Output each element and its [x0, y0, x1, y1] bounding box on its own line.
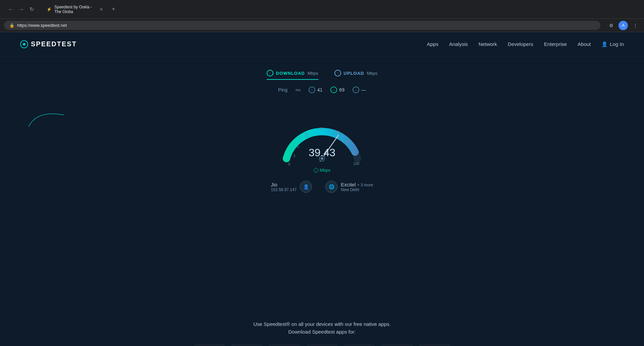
isp-item: Jio 152.58.97.147 👤	[271, 181, 312, 193]
svg-text:75: 75	[352, 151, 356, 155]
isp-row: Jio 152.58.97.147 👤 🌐 Excitel + 3 more N…	[271, 181, 373, 193]
svg-text:39.43: 39.43	[309, 147, 335, 159]
nav-apps[interactable]: Apps	[427, 41, 438, 47]
jitter-item: ≈ 41	[309, 86, 323, 93]
tab-favicon: ⚡	[47, 7, 52, 12]
nav-enterprise[interactable]: Enterprise	[544, 41, 567, 47]
menu-icon[interactable]: ⋮	[631, 21, 640, 30]
svg-text:20: 20	[319, 127, 323, 131]
upload-unit: Mbps	[367, 71, 377, 76]
server-name: Excitel + 3 more	[341, 182, 373, 187]
server-info: Excitel + 3 more New Delhi	[341, 182, 373, 192]
browser-chrome: ← → ↻ ⚡ Speedtest by Ookla - The Globa ✕…	[0, 0, 644, 19]
main-content: ↓ DOWNLOAD Mbps ↑ UPLOAD Mbps Ping ms ≈ …	[0, 56, 644, 308]
server-more: + 3 more	[357, 183, 373, 187]
isp-name: Jio	[271, 182, 297, 187]
app-chrome[interactable]: ◎ Chrome	[343, 344, 376, 346]
server-item: 🌐 Excitel + 3 more New Delhi	[325, 181, 373, 193]
logo-dot	[23, 43, 25, 46]
ping-value: 69	[339, 87, 344, 93]
lock-icon: 🔒	[9, 23, 14, 28]
isp-info: Jio 152.58.97.147	[271, 182, 297, 192]
forward-button[interactable]: →	[17, 5, 26, 14]
nav-login[interactable]: 👤 Log In	[601, 41, 624, 47]
svg-text:50: 50	[346, 139, 350, 143]
app-windows[interactable]: ⊞ Windows	[268, 344, 301, 346]
nav-analysis[interactable]: Analysis	[449, 41, 468, 47]
nav-network[interactable]: Network	[479, 41, 497, 47]
isp-user-icon: 👤	[300, 181, 312, 193]
app-ios[interactable]: 📱 iOS	[231, 344, 263, 346]
apps-section: Use Speedtest® on all your devices with …	[0, 308, 644, 346]
login-user-icon: 👤	[601, 41, 608, 47]
nav-about[interactable]: About	[578, 41, 591, 47]
site-nav: Apps Analysis Network Developers Enterpr…	[427, 41, 624, 47]
decorative-curve	[27, 108, 67, 128]
ping-item: ↕ 69	[330, 86, 344, 93]
jitter-icon: ≈	[309, 86, 315, 93]
svg-text:5: 5	[297, 144, 299, 148]
active-tab[interactable]: ⚡ Speedtest by Ookla - The Globa ✕	[41, 3, 108, 16]
svg-text:1: 1	[293, 154, 296, 158]
tab-bar: ⚡ Speedtest by Ookla - The Globa ✕ +	[41, 3, 117, 16]
app-mac[interactable]: 🍎 Mac	[306, 344, 338, 346]
apps-grid: 🤖 Android 📱 iOS ⊞ Windows 🍎 Mac ◎ Chrome…	[7, 344, 637, 346]
apps-promo-line2: Download Speedtest apps for:	[7, 329, 637, 335]
svg-text:30: 30	[335, 130, 339, 134]
upload-tab[interactable]: ↑ UPLOAD Mbps	[334, 70, 378, 80]
extensions-icon[interactable]: ⚙	[606, 21, 616, 30]
speedometer-svg: 0 1 5 10 20 30 50 75 100	[272, 100, 372, 177]
upload-label: UPLOAD	[344, 71, 364, 76]
profile-icon[interactable]: A	[619, 21, 628, 30]
tab-title: Speedtest by Ookla - The Globa	[54, 5, 97, 14]
download-tab[interactable]: ↓ DOWNLOAD Mbps	[267, 70, 318, 80]
address-bar[interactable]: 🔒 https://www.speedtest.net	[4, 21, 600, 30]
apps-promo-line1: Use Speedtest® on all your devices with …	[7, 321, 637, 327]
app-cli[interactable]: >_ CLI	[419, 344, 451, 346]
ping-row: Ping ms ≈ 41 ↕ 69 ○ —	[278, 86, 366, 93]
download-unit: Mbps	[308, 71, 318, 76]
upload-icon: ↑	[334, 70, 341, 76]
site-header: SPEEDTEST Apps Analysis Network Develope…	[0, 32, 644, 56]
latency-value: —	[361, 87, 366, 93]
server-location: New Delhi	[341, 187, 373, 192]
ping-unit: ms	[296, 88, 301, 92]
reload-button[interactable]: ↻	[28, 5, 36, 14]
new-tab-button[interactable]: +	[110, 4, 117, 14]
logo: SPEEDTEST	[20, 40, 77, 48]
app-android[interactable]: 🤖 Android	[193, 344, 225, 346]
download-label: DOWNLOAD	[276, 71, 305, 76]
latency-item: ○ —	[353, 86, 366, 93]
isp-ip: 152.58.97.147	[271, 187, 297, 192]
jitter-value: 41	[317, 87, 323, 93]
download-icon: ↓	[267, 70, 273, 76]
nav-developers[interactable]: Developers	[508, 41, 533, 47]
ping-label: Ping	[278, 87, 287, 93]
speedometer-container: 0 1 5 10 20 30 50 75 100	[272, 100, 372, 167]
ping-chevron-icon: ↕	[330, 86, 337, 93]
speed-tabs: ↓ DOWNLOAD Mbps ↑ UPLOAD Mbps	[267, 70, 377, 80]
svg-text:10: 10	[305, 133, 309, 137]
url-text[interactable]: https://www.speedtest.net	[17, 23, 67, 28]
svg-text:100: 100	[353, 162, 359, 166]
server-globe-icon: 🌐	[325, 181, 337, 193]
latency-icon: ○	[353, 86, 359, 93]
logo-text: SPEEDTEST	[31, 40, 77, 48]
app-appletv[interactable]: 📺 Apple TV	[381, 344, 413, 346]
browser-nav-buttons: ← → ↻	[6, 5, 36, 14]
tab-close-button[interactable]: ✕	[100, 7, 103, 12]
logo-icon	[20, 40, 28, 48]
login-label: Log In	[610, 41, 624, 47]
svg-text:0: 0	[288, 162, 290, 166]
toolbar-icons: ⚙ A ⋮	[606, 21, 640, 30]
back-button[interactable]: ←	[6, 5, 15, 14]
address-bar-row: 🔒 https://www.speedtest.net ⚙ A ⋮	[0, 19, 644, 32]
